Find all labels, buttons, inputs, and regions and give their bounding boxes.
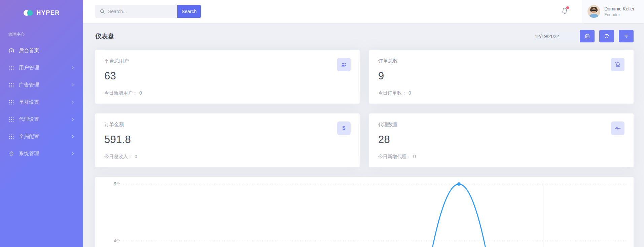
stat-card-total-users: 平台总用户 63 今日新增用户：0 <box>95 50 360 104</box>
chevron-right-icon <box>71 100 75 104</box>
app-logo[interactable]: HYPER <box>0 0 83 26</box>
cart-plus-icon <box>611 58 624 71</box>
notifications-button[interactable] <box>561 7 569 16</box>
grid-icon <box>8 82 14 88</box>
user-menu[interactable]: Dominic Keller Founder <box>582 0 644 23</box>
refresh-button[interactable] <box>599 30 614 42</box>
topbar: Search Dominic Keller <box>83 0 644 23</box>
stats-row-2: 订单金额 591.8 今日总收入：0 $ 代理数量 28 今日新增代理：0 <box>95 113 634 167</box>
svg-text:4个: 4个 <box>114 239 120 243</box>
stat-card-total-orders: 订单总数 9 今日订单数：0 <box>369 50 634 104</box>
stat-value: 9 <box>378 70 624 82</box>
grid-icon <box>8 99 14 105</box>
logo-text: HYPER <box>36 9 60 16</box>
stat-value: 591.8 <box>104 134 351 146</box>
avatar <box>587 5 600 18</box>
head-controls <box>530 30 634 42</box>
sidebar-item-label: 广告管理 <box>19 82 39 88</box>
search-group: Search <box>95 5 201 18</box>
activity-icon <box>611 121 624 135</box>
stat-value: 63 <box>104 70 351 82</box>
page-head: 仪表盘 <box>95 30 634 42</box>
stat-title: 平台总用户 <box>104 58 351 64</box>
search-button[interactable]: Search <box>177 5 201 18</box>
logo-circles-icon <box>23 10 33 16</box>
stat-subtitle: 今日新增用户：0 <box>104 90 142 96</box>
content: 仪表盘 平台总用户 63 <box>83 23 644 247</box>
sidebar-item-user-management[interactable]: 用户管理 <box>0 59 83 76</box>
stat-title: 订单金额 <box>104 121 351 128</box>
filter-button[interactable] <box>619 30 634 42</box>
date-picker-group <box>530 30 595 42</box>
grid-icon <box>8 116 14 122</box>
sidebar-item-label: 用户管理 <box>19 65 39 71</box>
stat-card-agent-count: 代理数量 28 今日新增代理：0 <box>369 113 634 167</box>
calendar-button[interactable] <box>580 30 595 42</box>
stat-title: 代理数量 <box>378 121 624 128</box>
stat-subtitle: 今日订单数：0 <box>378 90 411 96</box>
notification-badge <box>566 6 569 9</box>
sidebar-item-agent-settings[interactable]: 代理设置 <box>0 111 83 128</box>
sidebar-item-label: 后台首页 <box>19 47 39 54</box>
map-pin-icon <box>8 151 14 157</box>
sidebar-item-label: 全局配置 <box>19 133 39 140</box>
stat-value: 28 <box>378 134 624 146</box>
dollar-icon: $ <box>337 121 351 135</box>
grid-icon <box>8 65 14 71</box>
grid-icon <box>8 134 14 140</box>
chevron-right-icon <box>71 66 75 70</box>
chevron-right-icon <box>71 117 75 121</box>
stat-subtitle-label: 今日总收入： <box>104 154 133 159</box>
stat-subtitle-value: 0 <box>408 90 411 96</box>
dollar-glyph: $ <box>343 125 346 131</box>
speedometer-icon <box>8 48 14 54</box>
page-title: 仪表盘 <box>95 32 114 41</box>
refresh-icon <box>604 34 609 39</box>
sidebar: HYPER 管理中心 后台首页 用户管理 广告管理 单群设置 代理设置 全局配置… <box>0 0 83 247</box>
stat-subtitle-value: 0 <box>139 90 142 96</box>
stat-subtitle-label: 今日订单数： <box>378 90 406 96</box>
user-role: Founder <box>604 12 635 17</box>
svg-text:5个: 5个 <box>114 182 120 186</box>
sidebar-item-ad-management[interactable]: 广告管理 <box>0 76 83 94</box>
stat-subtitle-value: 0 <box>135 154 137 159</box>
sidebar-item-label: 代理设置 <box>19 116 39 122</box>
orders-line-chart[interactable]: 5个4个 <box>95 177 634 247</box>
sidebar-item-label: 单群设置 <box>19 99 39 105</box>
stat-subtitle-value: 0 <box>413 154 416 159</box>
user-info: Dominic Keller Founder <box>604 6 635 17</box>
topbar-right: Dominic Keller Founder <box>561 0 644 23</box>
filter-icon <box>624 34 629 39</box>
stat-subtitle: 今日总收入：0 <box>104 154 137 160</box>
chevron-right-icon <box>71 152 75 155</box>
sidebar-item-system-management[interactable]: 系统管理 <box>0 145 83 162</box>
sidebar-item-group-settings[interactable]: 单群设置 <box>0 94 83 111</box>
sidebar-item-global-config[interactable]: 全局配置 <box>0 128 83 145</box>
people-icon <box>337 58 351 71</box>
stat-subtitle: 今日新增代理：0 <box>378 154 416 160</box>
user-name: Dominic Keller <box>604 6 635 11</box>
sidebar-item-label: 系统管理 <box>19 150 39 157</box>
search-input[interactable] <box>95 5 177 18</box>
sidebar-item-dashboard[interactable]: 后台首页 <box>0 42 83 59</box>
chart-canvas: 5个4个 <box>95 177 634 247</box>
date-input[interactable] <box>530 30 580 42</box>
sidebar-section-label: 管理中心 <box>0 26 83 42</box>
chevron-right-icon <box>71 135 75 138</box>
search-icon <box>100 9 105 14</box>
chevron-right-icon <box>71 83 75 87</box>
stat-subtitle-label: 今日新增用户： <box>104 90 137 96</box>
stat-title: 订单总数 <box>378 58 624 64</box>
stat-subtitle-label: 今日新增代理： <box>378 154 411 159</box>
stat-card-order-amount: 订单金额 591.8 今日总收入：0 $ <box>95 113 360 167</box>
stats-row-1: 平台总用户 63 今日新增用户：0 订单总数 9 今日订单数：0 <box>95 50 634 104</box>
calendar-icon <box>585 34 590 39</box>
